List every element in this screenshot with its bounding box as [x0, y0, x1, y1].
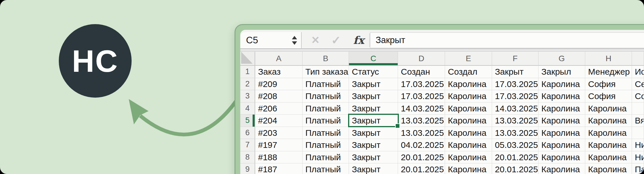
cell-I4[interactable] — [632, 103, 644, 115]
select-all-corner[interactable] — [240, 52, 255, 66]
confirm-icon[interactable]: ✓ — [329, 32, 344, 48]
cell-D7[interactable]: 04.02.2025 — [398, 139, 445, 151]
cell-C6[interactable]: Закрыт — [349, 127, 398, 139]
column-header-E[interactable]: E — [445, 52, 492, 66]
cell-F4[interactable]: 14.03.2025 — [492, 103, 538, 115]
column-header-D[interactable]: D — [398, 52, 445, 66]
cell-H2[interactable]: София — [585, 78, 632, 90]
cell-E8[interactable]: Каролина — [445, 151, 492, 164]
cell-I9[interactable]: Па — [632, 163, 644, 174]
cell-D2[interactable]: 17.03.2025 — [398, 78, 445, 90]
cell-H9[interactable]: Каролина — [585, 163, 632, 174]
cell-A2[interactable]: #209 — [255, 78, 303, 90]
cell-G5[interactable]: Каролина — [538, 115, 585, 127]
cell-G8[interactable]: Каролина — [538, 151, 585, 164]
cell-G4[interactable]: Каролина — [538, 103, 585, 115]
cell-F9[interactable]: 20.01.2025 — [492, 163, 538, 174]
cell-I6[interactable] — [632, 127, 644, 139]
cell-F6[interactable]: 13.03.2025 — [492, 127, 538, 139]
formula-input[interactable]: Закрыт — [370, 32, 644, 48]
cell-B2[interactable]: Платный — [303, 78, 349, 90]
cell-A1[interactable]: Заказ — [255, 66, 303, 78]
cell-G6[interactable]: Каролина — [538, 127, 585, 139]
cell-E4[interactable]: Каролина — [445, 103, 492, 115]
cell-H7[interactable]: Каролина — [585, 139, 632, 151]
cancel-icon[interactable]: ✕ — [309, 32, 322, 48]
cell-F3[interactable]: 17.03.2025 — [492, 90, 538, 103]
cell-A3[interactable]: #208 — [255, 90, 303, 103]
name-box[interactable]: C5 — [240, 32, 302, 48]
cell-I5[interactable]: Вя — [632, 115, 644, 127]
row-header-1[interactable]: 1 — [240, 66, 255, 78]
cell-F7[interactable]: 05.03.2025 — [492, 139, 538, 151]
cell-I8[interactable]: Ни — [632, 151, 644, 164]
name-box-spinner[interactable] — [292, 32, 297, 48]
cell-B9[interactable]: Платный — [303, 163, 349, 174]
cell-H8[interactable]: Каролина — [585, 151, 632, 164]
cell-I3[interactable]: Со — [632, 90, 644, 103]
cell-B7[interactable]: Платный — [303, 139, 349, 151]
row-header-6[interactable]: 6 — [240, 127, 255, 139]
cell-G3[interactable]: Каролина — [538, 90, 585, 103]
cell-C4[interactable]: Закрыт — [349, 103, 398, 115]
cell-E2[interactable]: Каролина — [445, 78, 492, 90]
cell-B8[interactable]: Платный — [303, 151, 349, 164]
cell-A4[interactable]: #206 — [255, 103, 303, 115]
cell-E6[interactable]: Каролина — [445, 127, 492, 139]
cell-E1[interactable]: Создал — [445, 66, 492, 78]
cell-G7[interactable]: Каролина — [538, 139, 585, 151]
column-header-C[interactable]: C — [349, 52, 398, 66]
cell-B3[interactable]: Платный — [303, 90, 349, 103]
spinner-down-icon[interactable] — [292, 41, 297, 45]
row-header-8[interactable]: 8 — [240, 151, 255, 164]
cell-C9[interactable]: Закрыт — [349, 163, 398, 174]
cell-C8[interactable]: Закрыт — [349, 151, 398, 164]
cell-H6[interactable]: Каролина — [585, 127, 632, 139]
cell-I7[interactable]: Ни — [632, 139, 644, 151]
cell-F8[interactable]: 20.01.2025 — [492, 151, 538, 164]
cell-H4[interactable]: Каролина — [585, 103, 632, 115]
cell-H5[interactable]: Каролина — [585, 115, 632, 127]
insert-function-icon[interactable]: fx — [350, 32, 367, 48]
column-header-B[interactable]: B — [303, 52, 349, 66]
cell-C1[interactable]: Статус — [349, 66, 398, 78]
row-header-5[interactable]: 5 — [240, 115, 255, 127]
row-header-7[interactable]: 7 — [240, 139, 255, 151]
cell-G1[interactable]: Закрыл — [538, 66, 585, 78]
cell-B5[interactable]: Платный — [303, 115, 349, 127]
cell-E5[interactable]: Каролина — [445, 115, 492, 127]
cell-D1[interactable]: Создан — [398, 66, 445, 78]
row-header-4[interactable]: 4 — [240, 103, 255, 115]
cell-I1[interactable]: Ис — [632, 66, 644, 78]
column-header-A[interactable]: A — [255, 52, 303, 66]
cell-A9[interactable]: #187 — [255, 163, 303, 174]
cell-D6[interactable]: 13.03.2025 — [398, 127, 445, 139]
cell-F5[interactable]: 13.03.2025 — [492, 115, 538, 127]
cell-D4[interactable]: 14.03.2025 — [398, 103, 445, 115]
spinner-up-icon[interactable] — [292, 36, 297, 39]
column-header-G[interactable]: G — [538, 52, 585, 66]
cell-G9[interactable]: Каролина — [538, 163, 585, 174]
cell-D9[interactable]: 20.01.2025 — [398, 163, 445, 174]
selected-cell-outline[interactable] — [348, 114, 399, 127]
cell-C2[interactable]: Закрыт — [349, 78, 398, 90]
column-header-F[interactable]: F — [492, 52, 538, 66]
cell-B4[interactable]: Платный — [303, 103, 349, 115]
cell-E3[interactable]: Каролина — [445, 90, 492, 103]
cell-A6[interactable]: #203 — [255, 127, 303, 139]
fill-handle[interactable] — [395, 123, 400, 128]
cell-B6[interactable]: Платный — [303, 127, 349, 139]
cell-C7[interactable]: Закрыт — [349, 139, 398, 151]
column-header-I[interactable] — [632, 52, 644, 66]
cell-E9[interactable]: Каролина — [445, 163, 492, 174]
cell-E7[interactable]: Каролина — [445, 139, 492, 151]
cell-D5[interactable]: 13.03.2025 — [398, 115, 445, 127]
cell-A7[interactable]: #197 — [255, 139, 303, 151]
column-header-H[interactable]: H — [585, 52, 632, 66]
row-header-3[interactable]: 3 — [240, 90, 255, 103]
row-header-9[interactable]: 9 — [240, 163, 255, 174]
cell-D3[interactable]: 17.03.2025 — [398, 90, 445, 103]
cell-C3[interactable]: Закрыт — [349, 90, 398, 103]
cell-G2[interactable]: Каролина — [538, 78, 585, 90]
cell-H1[interactable]: Менеджер — [585, 66, 632, 78]
